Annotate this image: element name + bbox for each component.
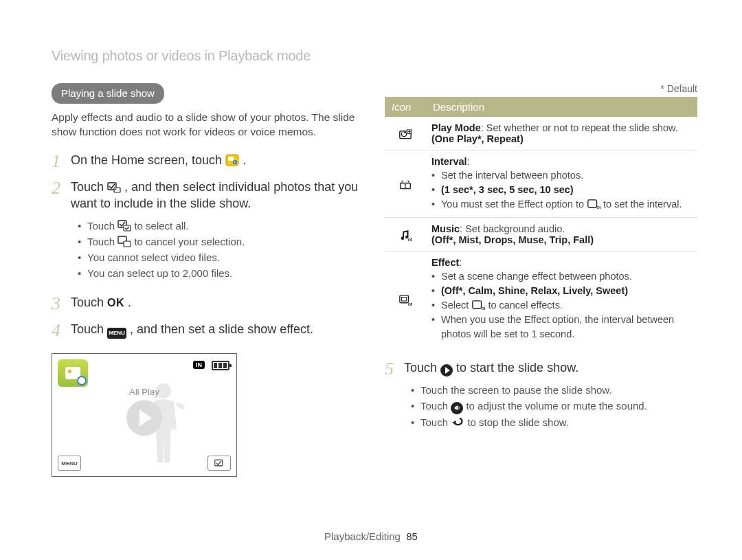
table-row: 1 Interval: Set the interval between pho… [385,150,697,218]
page-footer: Playback/Editing 85 [0,530,742,542]
step-3: 3 Touch OK . [52,294,364,313]
row-desc: : Set background audio. [460,223,565,234]
section-pill: Playing a slide show [52,83,164,104]
row-bullet: (Off*, Calm, Shine, Relax, Lively, Sweet… [431,284,692,298]
interval-icon: 1 [398,179,412,192]
select-photos-icon [107,181,121,193]
row-options: (One Play*, Repeat) [431,133,524,144]
effect-off-icon: OFF [471,299,485,311]
sub-bullet: Touch to adjust the volume or mute the s… [411,398,697,414]
svg-point-6 [115,189,117,190]
select-all-icon [117,219,131,232]
row-bullet: Set a scene change effect between photos… [431,269,692,284]
row-title: Effect [431,257,459,268]
step-number: 2 [52,179,71,286]
step-5: 5 Touch to start the slide show. Touch t… [385,359,697,434]
step-2: 2 Touch , and then select individual pho… [52,179,364,286]
svg-rect-20 [588,199,597,207]
play-icon [440,364,453,377]
breadcrumb: Viewing photos or videos in Playback mod… [52,48,697,64]
left-column: Playing a slide show Apply effects and a… [52,83,364,477]
right-column: * Default Icon Description Play [385,83,697,477]
check-button [207,456,231,471]
sub-bullet: Touch the screen to pause the slide show… [411,382,697,398]
row-bullet: You must set the Effect option to OFF to… [431,197,692,212]
sub-bullet: You cannot select video files. [78,249,364,265]
step-text: Touch [71,322,107,336]
step-text: , and then set a slide show effect. [130,322,313,336]
step-number: 4 [52,321,71,339]
step-4: 4 Touch MENU , and then set a slide show… [52,321,364,339]
sub-bullet: You can select up to 2,000 files. [78,265,364,281]
home-slideshow-icon [225,154,239,166]
step-number: 5 [385,359,404,434]
step-text: On the Home screen, touch [71,153,225,167]
svg-marker-28 [452,421,456,425]
camera-screen-mock: IN All Play MENU [52,353,237,477]
sub-bullet: Touch to select all. [78,218,364,234]
svg-rect-26 [473,301,482,309]
menu-icon: MENU [107,328,126,339]
battery-icon [212,361,229,370]
menu-button: MENU [58,456,81,471]
sub-bullet: Touch to stop the slide show. [411,414,697,430]
row-title: Music [431,223,460,234]
play-mode-icon [398,128,412,141]
row-title: Play Mode [431,122,481,133]
in-badge: IN [193,361,205,369]
table-row: Play Mode: Set whether or not to repeat … [385,117,697,150]
svg-rect-23 [400,295,409,303]
row-bullet: (1 sec*, 3 sec, 5 sec, 10 sec) [431,183,692,197]
row-options: (Off*, Mist, Drops, Muse, Trip, Fall) [431,234,594,245]
svg-text:OFF: OFF [597,205,600,210]
step-number: 3 [52,294,71,313]
step-number: 1 [52,152,71,170]
svg-rect-1 [228,157,234,161]
step-text: . [128,295,131,309]
cancel-selection-icon [117,235,131,247]
ok-icon: OK [107,297,124,309]
svg-rect-12 [215,460,223,467]
page-number: 85 [406,530,418,542]
svg-text:OFF: OFF [408,238,412,242]
speaker-icon [451,402,463,414]
svg-text:OFF: OFF [408,303,412,307]
row-bullet: Set the interval between photos. [431,168,692,183]
row-title: Interval [431,156,467,167]
svg-rect-10 [124,241,131,247]
step-text: . [243,153,246,167]
svg-rect-24 [402,298,407,301]
all-play-label: All Play [52,387,236,397]
slideshow-thumb-icon [58,359,88,387]
intro-text: Apply effects and audio to a slide show … [52,111,364,139]
row-bullet: Select OFF to cancel effects. [431,298,692,313]
step-1: 1 On the Home screen, touch . [52,152,364,170]
step-text: to start the slide show. [456,361,578,374]
th-icon: Icon [385,97,426,117]
svg-text:OFF: OFF [482,306,485,311]
sub-bullet: Touch to cancel your selection. [78,234,364,249]
play-button-icon [126,400,162,436]
effect-off-icon: OFF [587,198,600,210]
row-desc: : Set whether or not to repeat the slide… [481,122,678,133]
step-text: Touch [404,361,440,374]
svg-rect-5 [114,188,120,192]
return-icon [451,416,464,427]
svg-text:1: 1 [404,183,407,190]
step-text: Touch [71,295,107,309]
table-row: OFF Music: Set background audio. (Off*, … [385,218,697,251]
settings-table: Icon Description Play Mode: Set whether … [385,97,697,347]
th-description: Description [426,97,697,117]
footer-section: Playback/Editing [324,530,401,542]
svg-rect-8 [124,225,131,231]
effect-icon: OFF [398,295,412,307]
row-bullet: When you use the Effect option, the inte… [431,313,692,341]
table-row: OFF Effect: Set a scene change effect be… [385,251,697,348]
music-icon: OFF [398,229,412,242]
default-note: * Default [385,83,697,94]
step-text: Touch [71,180,107,194]
